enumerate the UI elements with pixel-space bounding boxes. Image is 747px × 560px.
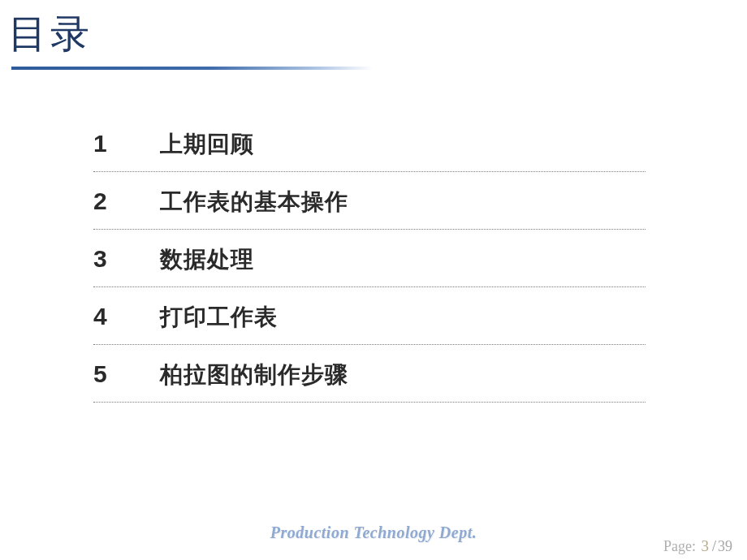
toc-label: 数据处理 (160, 244, 254, 275)
page-current: 3 (701, 537, 709, 554)
toc-item: 3 数据处理 (93, 230, 646, 287)
toc-number: 2 (93, 187, 118, 215)
page-separator: / (712, 538, 716, 554)
toc-label: 打印工作表 (160, 302, 278, 333)
toc-number: 3 (93, 245, 118, 273)
toc-number: 5 (93, 360, 118, 388)
title-underline (11, 67, 373, 70)
toc-number: 4 (93, 303, 118, 330)
toc-list: 1 上期回顾 2 工作表的基本操作 3 数据处理 4 打印工作表 5 柏拉图的制… (93, 114, 646, 403)
page-total: 39 (718, 538, 732, 554)
toc-item: 1 上期回顾 (93, 114, 646, 172)
page-label: Page: (663, 538, 696, 554)
toc-item: 5 柏拉图的制作步骤 (93, 345, 646, 403)
toc-label: 上期回顾 (160, 129, 254, 160)
slide-title: 目录 (8, 8, 747, 60)
toc-item: 2 工作表的基本操作 (93, 172, 646, 230)
slide-toc: 目录 1 上期回顾 2 工作表的基本操作 3 数据处理 4 打印工作表 5 柏拉… (0, 0, 747, 560)
footer-department: Production Technology Dept. (0, 523, 747, 542)
toc-label: 柏拉图的制作步骤 (160, 360, 348, 390)
toc-number: 1 (93, 130, 118, 157)
toc-label: 工作表的基本操作 (160, 187, 348, 218)
toc-item: 4 打印工作表 (93, 287, 646, 345)
footer-page-indicator: Page: 3/39 (663, 537, 732, 555)
